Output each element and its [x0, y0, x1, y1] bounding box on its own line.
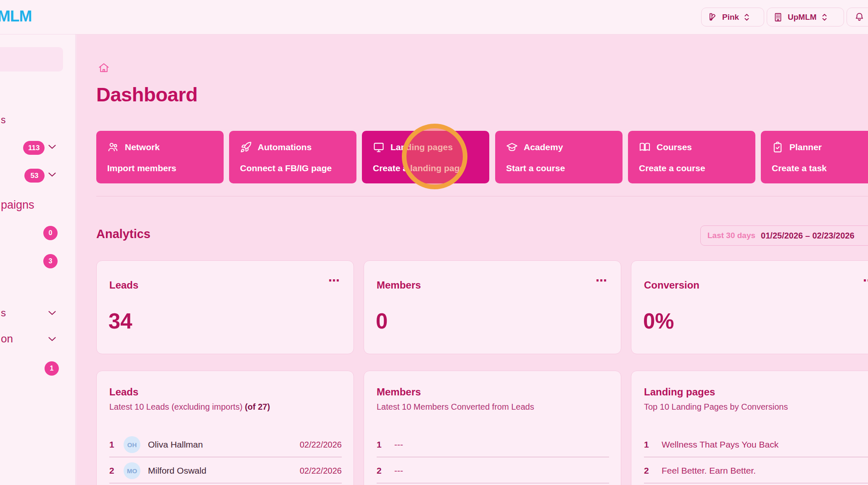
lead-name: Milford Oswald [148, 466, 300, 476]
quick-action-landing-pages[interactable]: Landing pages Create a landing page [362, 131, 489, 183]
breadcrumb-home-icon[interactable] [98, 62, 110, 74]
quick-action-subtitle: Connect a FB/IG page [240, 163, 346, 173]
theme-selector-button[interactable]: Pink [701, 8, 764, 27]
theme-selector-label: Pink [722, 13, 739, 22]
quick-action-subtitle: Create a landing page [373, 163, 478, 173]
row-divider [644, 483, 868, 483]
quick-action-subtitle: Start a course [506, 163, 612, 173]
row-rank: 1 [109, 440, 124, 450]
card-menu-icon[interactable]: ⋯ [596, 275, 608, 286]
stat-card-value: 0% [643, 309, 674, 334]
list-card-subtitle: Latest 10 Members Converted from Leads [377, 402, 534, 412]
landing-page-row[interactable]: 2 Feel Better. Earn Better. [644, 458, 868, 483]
quick-action-title: Network [125, 142, 160, 152]
sidebar-item-label-fragment[interactable]: on [1, 332, 13, 345]
list-card-members: Members Latest 10 Members Converted from… [364, 371, 621, 485]
swatch-icon [707, 12, 718, 22]
row-rank: 1 [644, 440, 658, 450]
member-row[interactable]: 1 --- [377, 432, 609, 457]
list-card-leads: Leads Latest 10 Leads (excluding imports… [96, 371, 354, 485]
landing-page-name: Wellness That Pays You Back [662, 440, 868, 450]
clipboard-check-icon [772, 141, 784, 153]
landing-page-row[interactable]: 1 Wellness That Pays You Back [644, 432, 868, 457]
date-range-preset: Last 30 days [707, 231, 755, 240]
list-card-subtitle: Top 10 Landing Pages by Conversions [644, 402, 788, 412]
lead-date: 02/22/2026 [300, 440, 342, 450]
sidebar-item-label-fragment[interactable]: s [1, 114, 6, 126]
chevron-updown-icon [744, 13, 750, 22]
row-rank: 2 [644, 466, 658, 476]
sidebar-count-badge: 53 [24, 169, 45, 183]
sidebar-count-badge: 1 [45, 361, 59, 376]
list-card-title: Landing pages [644, 386, 715, 398]
workspace-selector-label: UpMLM [788, 13, 817, 22]
chevron-updown-icon [821, 13, 828, 22]
lead-date: 02/22/2026 [300, 466, 342, 476]
building-icon [773, 12, 783, 22]
stat-card-value: 0 [376, 309, 388, 334]
page-title: Dashboard [96, 83, 198, 106]
stat-card-members: Members ⋯ 0 [364, 260, 621, 354]
row-rank: 2 [377, 466, 391, 476]
member-row[interactable]: 2 --- [377, 458, 609, 483]
app-root: MLM Pink [0, 0, 868, 485]
row-rank: 1 [377, 440, 391, 450]
stat-card-leads: Leads ⋯ 34 [96, 260, 354, 354]
sidebar-item-label-fragment[interactable]: s [1, 307, 6, 319]
list-card-subtitle-suffix: (of 27) [245, 402, 270, 411]
chevron-down-icon[interactable] [48, 144, 56, 149]
member-placeholder: --- [394, 466, 609, 476]
sidebar-count-badge: 3 [43, 254, 58, 268]
quick-action-title: Landing pages [390, 142, 453, 152]
row-divider [377, 483, 609, 483]
quick-action-title: Academy [524, 142, 563, 152]
stat-card-title: Members [377, 279, 421, 291]
open-book-icon [639, 141, 651, 153]
quick-action-title: Courses [657, 142, 692, 152]
app-logo[interactable]: MLM [0, 8, 32, 25]
lead-name: Oliva Hallman [148, 440, 300, 450]
bell-icon [854, 12, 865, 22]
avatar: OH [124, 436, 140, 453]
quick-action-courses[interactable]: Courses Create a course [628, 131, 755, 183]
sidebar-count-badge: 0 [43, 226, 58, 240]
lead-row[interactable]: 1 OH Oliva Hallman 02/22/2026 [109, 432, 342, 457]
chevron-down-icon[interactable] [48, 310, 56, 315]
landing-page-name: Feel Better. Earn Better. [662, 466, 868, 476]
row-divider [644, 457, 868, 457]
quick-action-title: Planner [789, 142, 822, 152]
chevron-down-icon[interactable] [48, 172, 56, 177]
stat-card-conversion: Conversion ⋯ 0% [631, 260, 868, 354]
quick-action-network[interactable]: Network Import members [96, 131, 224, 183]
graduation-cap-icon [506, 141, 518, 153]
row-rank: 2 [109, 466, 124, 476]
rocket-icon [240, 141, 252, 153]
row-divider [109, 483, 342, 483]
chevron-down-icon[interactable] [48, 337, 56, 342]
date-range-filter[interactable]: Last 30 days 01/25/2026 – 02/23/2026 [700, 225, 868, 246]
quick-action-automations[interactable]: Automations Connect a FB/IG page [229, 131, 356, 183]
stat-card-value: 34 [108, 309, 132, 334]
quick-action-academy[interactable]: Academy Start a course [495, 131, 623, 183]
workspace-selector-button[interactable]: UpMLM [767, 8, 844, 27]
monitor-icon [373, 141, 385, 153]
sidebar: s 113 53 paigns 0 3 s on 1 [0, 34, 76, 485]
sidebar-item-active[interactable] [0, 47, 63, 72]
stat-card-title: Leads [109, 279, 138, 291]
stat-card-title: Conversion [644, 279, 699, 291]
row-divider [377, 457, 609, 457]
list-card-title: Members [377, 386, 421, 398]
analytics-heading: Analytics [96, 227, 150, 241]
avatar: MO [124, 462, 140, 479]
card-menu-icon[interactable]: ⋯ [863, 275, 868, 286]
quick-action-title: Automations [258, 142, 311, 152]
lead-row[interactable]: 2 MO Milford Oswald 02/22/2026 [109, 458, 342, 483]
notifications-button[interactable] [847, 8, 868, 27]
sidebar-count-badge: 113 [23, 141, 45, 155]
list-card-title: Leads [109, 386, 138, 398]
people-icon [107, 141, 119, 153]
list-card-subtitle: Latest 10 Leads (excluding imports) (of … [109, 402, 270, 412]
quick-action-planner[interactable]: Planner Create a task [761, 131, 868, 183]
quick-action-subtitle: Create a task [772, 163, 868, 173]
card-menu-icon[interactable]: ⋯ [328, 275, 341, 286]
